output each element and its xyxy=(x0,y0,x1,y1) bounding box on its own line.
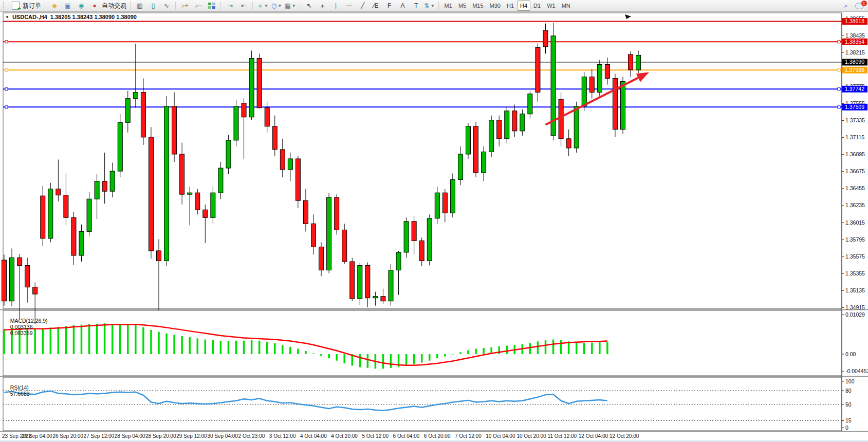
indicators-button[interactable]: ＋▼ xyxy=(255,1,270,11)
periods-button[interactable]: ◷▼ xyxy=(270,1,283,11)
time-label: 29 Sep 12:00 xyxy=(176,433,207,439)
candlestick-chart-icon[interactable]: ▯ xyxy=(146,1,160,11)
candlestick xyxy=(358,266,362,299)
line-handle[interactable] xyxy=(5,41,8,43)
candlestick xyxy=(56,189,61,195)
candlestick xyxy=(25,266,30,287)
candlestick xyxy=(389,270,393,301)
line-handle[interactable] xyxy=(5,88,8,90)
line-handle[interactable] xyxy=(838,69,840,71)
timeframe-H1[interactable]: H1 xyxy=(504,1,517,11)
bar-chart-icon[interactable]: ▥ xyxy=(133,1,146,11)
price-tick-label: 1.36895 xyxy=(845,151,865,157)
line-handle[interactable] xyxy=(838,88,840,90)
zoom-in-icon[interactable]: ⌕+ xyxy=(178,1,192,11)
price-tag-label: 1.38090 xyxy=(845,59,864,65)
price-tick-label: 1.35355 xyxy=(845,270,865,277)
main-plot[interactable] xyxy=(3,13,842,308)
timeframe-M15[interactable]: M15 xyxy=(469,1,486,11)
candlestick xyxy=(497,120,502,139)
toolbar-separator xyxy=(220,2,221,10)
candlestick xyxy=(296,159,300,200)
line-handle[interactable] xyxy=(5,69,8,71)
timeframe-M1[interactable]: M1 xyxy=(441,1,455,11)
text-icon[interactable]: A xyxy=(396,1,410,11)
dropdown-caret-icon: ▼ xyxy=(292,4,296,8)
signals-icon: ◉ xyxy=(79,3,84,9)
cursor-icon[interactable]: ↖ xyxy=(303,1,316,11)
time-label: 6 Oct 20:00 xyxy=(424,433,451,439)
arrow-objects-icon: ⇅ xyxy=(424,3,430,9)
time-label: 5 Oct 12:00 xyxy=(362,433,389,439)
new-order-button-label[interactable]: 新订单 xyxy=(23,2,41,10)
equidistant-channel-icon[interactable]: ∕E xyxy=(370,1,383,11)
macd-tick-label: 0.01029 xyxy=(845,311,865,318)
price-tag-label: 1.37988 xyxy=(845,67,864,73)
expert-advisors-icon[interactable]: ▣ xyxy=(61,1,75,11)
candlestick xyxy=(458,154,463,180)
candlestick xyxy=(218,168,223,193)
candlestick xyxy=(559,99,563,139)
timeframe-M30[interactable]: M30 xyxy=(487,1,504,11)
templates-button[interactable]: ▦▼ xyxy=(283,1,297,11)
autoscroll-icon[interactable]: ⇥ xyxy=(224,1,237,11)
notifications-button[interactable]: 1 xyxy=(853,1,866,11)
line-chart-icon[interactable]: ∿ xyxy=(160,1,173,11)
candlestick xyxy=(621,82,625,130)
vertical-line-icon[interactable]: ｜ xyxy=(329,1,343,11)
line-handle[interactable] xyxy=(838,41,840,43)
fibonacci-icon: F xyxy=(387,3,391,9)
toolbar-separator xyxy=(175,2,176,10)
candlestick xyxy=(566,139,571,148)
timeframe-W1[interactable]: W1 xyxy=(544,1,559,11)
candlestick xyxy=(17,257,22,265)
timeframe-M5[interactable]: M5 xyxy=(455,1,469,11)
rsi-panel[interactable] xyxy=(3,377,842,431)
candlestick xyxy=(311,224,316,247)
timeframe-MN[interactable]: MN xyxy=(559,1,574,11)
zoom-in-icon: ⌕+ xyxy=(181,3,189,9)
styler-icon[interactable]: ◆ xyxy=(48,1,61,11)
crosshair-icon: ＋ xyxy=(320,3,326,9)
candlestick xyxy=(133,93,138,99)
signals-icon[interactable]: ◉ xyxy=(75,1,88,11)
fibonacci-icon[interactable]: F xyxy=(383,1,396,11)
crosshair-icon[interactable]: ＋ xyxy=(316,1,329,11)
price-tick-label: 1.36235 xyxy=(845,202,865,208)
time-axis: 23 Sep 202226 Sep 04:0026 Sep 20:0027 Se… xyxy=(0,433,868,440)
candlestick xyxy=(71,217,76,255)
symbol-period-label: USDCAD-,H4 xyxy=(12,14,47,20)
candlestick xyxy=(272,126,277,150)
tile-windows-icon[interactable] xyxy=(205,1,218,11)
candlestick xyxy=(41,196,45,238)
arrow-objects-button[interactable]: ⇅▼ xyxy=(423,1,436,11)
timeframe-H4[interactable]: H4 xyxy=(517,1,530,11)
candlestick xyxy=(582,77,586,106)
trendline-icon[interactable]: ╱ xyxy=(356,1,370,11)
chart-canvas[interactable]: 1.386551.384351.382151.379951.377751.375… xyxy=(0,12,868,442)
line-handle[interactable] xyxy=(5,106,8,108)
dropdown-caret-icon: ▼ xyxy=(278,4,282,8)
toolbar-separator xyxy=(130,2,131,10)
autotrading-button[interactable]: ● xyxy=(88,1,101,11)
candlestick xyxy=(95,181,99,199)
timeframe-D1[interactable]: D1 xyxy=(530,1,544,11)
text-icon: A xyxy=(401,3,405,9)
chart-window[interactable]: 1.386551.384351.382151.379951.377751.375… xyxy=(0,12,868,442)
price-tick-label: 1.35135 xyxy=(845,287,865,293)
search-icon[interactable]: ⌕ xyxy=(839,1,853,11)
price-tick-label: 1.37115 xyxy=(845,134,864,140)
zoom-out-icon[interactable]: ⌕− xyxy=(192,1,205,11)
time-label: 26 Sep 04:00 xyxy=(22,433,52,439)
candlestick xyxy=(350,262,355,299)
new-order-button[interactable]: + xyxy=(9,1,22,11)
text-label-icon[interactable]: T xyxy=(410,1,423,11)
horizontal-line-icon[interactable]: — xyxy=(343,1,356,11)
candlestick xyxy=(110,171,115,191)
shift-chart-icon[interactable]: ⇤ xyxy=(237,1,250,11)
line-handle[interactable] xyxy=(838,106,840,108)
autotrading-button-label[interactable]: 自动交易 xyxy=(102,2,126,10)
templates-icon: ▦ xyxy=(285,3,290,9)
macd-panel[interactable] xyxy=(3,310,842,376)
collapse-arrow-icon[interactable]: ▼ xyxy=(5,15,9,20)
